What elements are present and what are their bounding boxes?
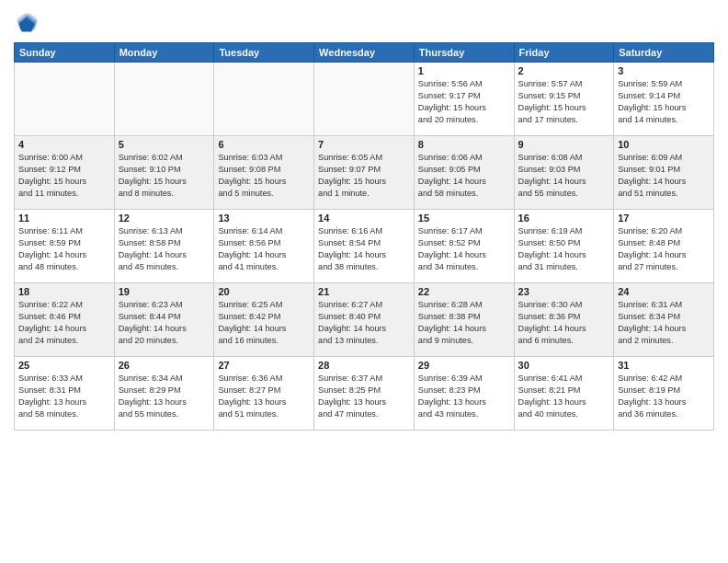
day-number: 11 bbox=[18, 213, 110, 224]
calendar-cell: 11Sunrise: 6:11 AMSunset: 8:59 PMDayligh… bbox=[15, 210, 115, 283]
calendar-week-3: 11Sunrise: 6:11 AMSunset: 8:59 PMDayligh… bbox=[15, 210, 714, 283]
calendar-week-5: 25Sunrise: 6:33 AMSunset: 8:31 PMDayligh… bbox=[15, 357, 714, 431]
calendar-cell: 29Sunrise: 6:39 AMSunset: 8:23 PMDayligh… bbox=[414, 357, 514, 431]
day-number: 7 bbox=[318, 139, 410, 150]
calendar-cell: 30Sunrise: 6:41 AMSunset: 8:21 PMDayligh… bbox=[514, 357, 614, 431]
day-info: Sunrise: 6:02 AMSunset: 9:10 PMDaylight:… bbox=[119, 152, 210, 200]
day-info: Sunrise: 6:23 AMSunset: 8:44 PMDaylight:… bbox=[119, 299, 210, 347]
calendar-cell: 24Sunrise: 6:31 AMSunset: 8:34 PMDayligh… bbox=[614, 283, 714, 357]
day-number: 9 bbox=[518, 139, 610, 150]
day-number: 17 bbox=[618, 213, 710, 224]
calendar-cell: 25Sunrise: 6:33 AMSunset: 8:31 PMDayligh… bbox=[15, 357, 115, 431]
day-number: 19 bbox=[119, 286, 210, 297]
calendar-cell: 19Sunrise: 6:23 AMSunset: 8:44 PMDayligh… bbox=[114, 283, 214, 357]
day-number: 18 bbox=[18, 286, 110, 297]
day-number: 24 bbox=[618, 286, 710, 297]
calendar-cell: 9Sunrise: 6:08 AMSunset: 9:03 PMDaylight… bbox=[514, 136, 614, 210]
calendar-cell bbox=[314, 63, 415, 136]
day-info: Sunrise: 6:17 AMSunset: 8:52 PMDaylight:… bbox=[418, 225, 510, 273]
day-number: 31 bbox=[618, 360, 710, 371]
calendar-body: 1Sunrise: 5:56 AMSunset: 9:17 PMDaylight… bbox=[15, 63, 714, 431]
day-number: 12 bbox=[119, 213, 210, 224]
day-info: Sunrise: 6:03 AMSunset: 9:08 PMDaylight:… bbox=[218, 152, 310, 200]
day-info: Sunrise: 6:05 AMSunset: 9:07 PMDaylight:… bbox=[318, 152, 410, 200]
calendar-cell: 1Sunrise: 5:56 AMSunset: 9:17 PMDaylight… bbox=[414, 63, 514, 136]
day-number: 3 bbox=[618, 65, 710, 76]
day-info: Sunrise: 6:06 AMSunset: 9:05 PMDaylight:… bbox=[418, 152, 510, 200]
calendar-cell: 7Sunrise: 6:05 AMSunset: 9:07 PMDaylight… bbox=[314, 136, 415, 210]
day-info: Sunrise: 6:14 AMSunset: 8:56 PMDaylight:… bbox=[218, 225, 310, 273]
day-info: Sunrise: 6:39 AMSunset: 8:23 PMDaylight:… bbox=[418, 373, 510, 420]
day-number: 21 bbox=[318, 286, 410, 297]
calendar-cell: 6Sunrise: 6:03 AMSunset: 9:08 PMDaylight… bbox=[214, 136, 314, 210]
day-info: Sunrise: 6:20 AMSunset: 8:48 PMDaylight:… bbox=[618, 225, 710, 273]
day-info: Sunrise: 6:25 AMSunset: 8:42 PMDaylight:… bbox=[218, 299, 310, 347]
day-info: Sunrise: 6:22 AMSunset: 8:46 PMDaylight:… bbox=[18, 299, 110, 347]
day-number: 30 bbox=[518, 360, 610, 371]
calendar-cell: 22Sunrise: 6:28 AMSunset: 8:38 PMDayligh… bbox=[414, 283, 514, 357]
calendar-cell: 20Sunrise: 6:25 AMSunset: 8:42 PMDayligh… bbox=[214, 283, 314, 357]
day-number: 29 bbox=[418, 360, 510, 371]
calendar-cell: 14Sunrise: 6:16 AMSunset: 8:54 PMDayligh… bbox=[314, 210, 415, 283]
calendar-cell: 23Sunrise: 6:30 AMSunset: 8:36 PMDayligh… bbox=[514, 283, 614, 357]
day-number: 26 bbox=[119, 360, 210, 371]
day-number: 13 bbox=[218, 213, 310, 224]
day-number: 27 bbox=[218, 360, 310, 371]
day-number: 1 bbox=[418, 65, 510, 76]
weekday-header-row: SundayMondayTuesdayWednesdayThursdayFrid… bbox=[15, 43, 714, 63]
day-info: Sunrise: 6:34 AMSunset: 8:29 PMDaylight:… bbox=[119, 373, 210, 420]
day-info: Sunrise: 6:11 AMSunset: 8:59 PMDaylight:… bbox=[18, 225, 110, 273]
day-number: 28 bbox=[318, 360, 410, 371]
calendar-cell: 10Sunrise: 6:09 AMSunset: 9:01 PMDayligh… bbox=[614, 136, 714, 210]
calendar-week-4: 18Sunrise: 6:22 AMSunset: 8:46 PMDayligh… bbox=[15, 283, 714, 357]
calendar-cell: 18Sunrise: 6:22 AMSunset: 8:46 PMDayligh… bbox=[15, 283, 115, 357]
day-info: Sunrise: 6:00 AMSunset: 9:12 PMDaylight:… bbox=[18, 152, 110, 200]
day-number: 23 bbox=[518, 286, 610, 297]
day-info: Sunrise: 6:33 AMSunset: 8:31 PMDaylight:… bbox=[18, 373, 110, 420]
calendar-cell: 17Sunrise: 6:20 AMSunset: 8:48 PMDayligh… bbox=[614, 210, 714, 283]
day-info: Sunrise: 6:19 AMSunset: 8:50 PMDaylight:… bbox=[518, 225, 610, 273]
day-info: Sunrise: 6:16 AMSunset: 8:54 PMDaylight:… bbox=[318, 225, 410, 273]
day-number: 6 bbox=[218, 139, 310, 150]
calendar-cell: 26Sunrise: 6:34 AMSunset: 8:29 PMDayligh… bbox=[114, 357, 214, 431]
calendar-cell: 16Sunrise: 6:19 AMSunset: 8:50 PMDayligh… bbox=[514, 210, 614, 283]
day-info: Sunrise: 6:08 AMSunset: 9:03 PMDaylight:… bbox=[518, 152, 610, 200]
day-number: 10 bbox=[618, 139, 710, 150]
weekday-header-wednesday: Wednesday bbox=[314, 43, 415, 63]
weekday-header-saturday: Saturday bbox=[614, 43, 714, 63]
weekday-header-friday: Friday bbox=[514, 43, 614, 63]
day-info: Sunrise: 6:09 AMSunset: 9:01 PMDaylight:… bbox=[618, 152, 710, 200]
calendar-cell: 4Sunrise: 6:00 AMSunset: 9:12 PMDaylight… bbox=[15, 136, 115, 210]
day-number: 20 bbox=[218, 286, 310, 297]
logo bbox=[14, 9, 43, 35]
day-info: Sunrise: 5:56 AMSunset: 9:17 PMDaylight:… bbox=[418, 78, 510, 126]
day-info: Sunrise: 6:30 AMSunset: 8:36 PMDaylight:… bbox=[518, 299, 610, 347]
day-info: Sunrise: 6:36 AMSunset: 8:27 PMDaylight:… bbox=[218, 373, 310, 420]
day-number: 25 bbox=[18, 360, 110, 371]
calendar-cell: 21Sunrise: 6:27 AMSunset: 8:40 PMDayligh… bbox=[314, 283, 415, 357]
page: SundayMondayTuesdayWednesdayThursdayFrid… bbox=[0, 0, 728, 563]
day-info: Sunrise: 6:37 AMSunset: 8:25 PMDaylight:… bbox=[318, 373, 410, 420]
day-number: 22 bbox=[418, 286, 510, 297]
day-number: 15 bbox=[418, 213, 510, 224]
day-number: 2 bbox=[518, 65, 610, 76]
day-info: Sunrise: 6:13 AMSunset: 8:58 PMDaylight:… bbox=[119, 225, 210, 273]
calendar-week-1: 1Sunrise: 5:56 AMSunset: 9:17 PMDaylight… bbox=[15, 63, 714, 136]
day-number: 8 bbox=[418, 139, 510, 150]
weekday-header-tuesday: Tuesday bbox=[214, 43, 314, 63]
calendar-week-2: 4Sunrise: 6:00 AMSunset: 9:12 PMDaylight… bbox=[15, 136, 714, 210]
day-info: Sunrise: 5:59 AMSunset: 9:14 PMDaylight:… bbox=[618, 78, 710, 126]
weekday-header-monday: Monday bbox=[114, 43, 214, 63]
calendar-cell bbox=[114, 63, 214, 136]
calendar-cell: 13Sunrise: 6:14 AMSunset: 8:56 PMDayligh… bbox=[214, 210, 314, 283]
day-number: 4 bbox=[18, 139, 110, 150]
calendar-cell: 8Sunrise: 6:06 AMSunset: 9:05 PMDaylight… bbox=[414, 136, 514, 210]
calendar-cell: 15Sunrise: 6:17 AMSunset: 8:52 PMDayligh… bbox=[414, 210, 514, 283]
day-info: Sunrise: 6:28 AMSunset: 8:38 PMDaylight:… bbox=[418, 299, 510, 347]
calendar-header: SundayMondayTuesdayWednesdayThursdayFrid… bbox=[15, 43, 714, 63]
day-number: 5 bbox=[119, 139, 210, 150]
calendar-cell: 27Sunrise: 6:36 AMSunset: 8:27 PMDayligh… bbox=[214, 357, 314, 431]
day-number: 16 bbox=[518, 213, 610, 224]
calendar-cell: 2Sunrise: 5:57 AMSunset: 9:15 PMDaylight… bbox=[514, 63, 614, 136]
calendar-cell: 5Sunrise: 6:02 AMSunset: 9:10 PMDaylight… bbox=[114, 136, 214, 210]
